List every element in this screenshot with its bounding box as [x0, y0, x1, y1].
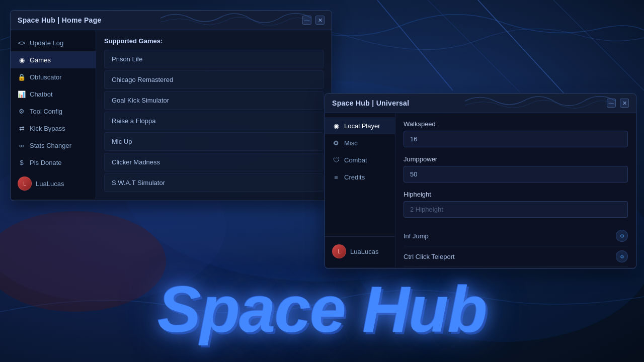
walkspeed-input[interactable]	[404, 131, 628, 147]
univ-sidebar-combat[interactable]: 🛡 Combat	[325, 151, 395, 168]
sidebar-item-stats-changer-label: Stats Changer	[30, 142, 71, 149]
univ-combat-label: Combat	[344, 156, 367, 164]
tool-config-icon: ⚙	[18, 107, 26, 115]
titlebar-wave-deco	[160, 11, 311, 28]
combat-icon: 🛡	[332, 156, 340, 164]
univ-sidebar-misc[interactable]: ⚙ Misc	[325, 134, 395, 151]
obfuscator-icon: 🔒	[18, 73, 26, 81]
home-window: Space Hub | Home Page — ✕ <> Update Log …	[10, 10, 332, 201]
home-window-controls: — ✕	[302, 16, 325, 25]
home-minimize-btn[interactable]: —	[302, 16, 311, 25]
walkspeed-field-row: Walkspeed	[404, 120, 628, 153]
sidebar-item-tool-config-label: Tool Config	[30, 108, 62, 115]
home-titlebar: Space Hub | Home Page — ✕	[11, 11, 332, 30]
home-close-btn[interactable]: ✕	[315, 16, 325, 25]
sidebar-item-pls-donate-label: Pls Donate	[30, 159, 62, 166]
sidebar-item-obfuscator-label: Obfuscator	[30, 73, 62, 81]
ctrl-teleport-toggle-icon: ⚙	[620, 254, 624, 259]
jumppower-input[interactable]	[404, 166, 628, 183]
big-title: Space Hub	[157, 272, 487, 347]
game-item-raise-floppa[interactable]: Raise a Floppa	[104, 112, 324, 130]
sidebar-item-kick-bypass-label: Kick Bypass	[30, 125, 65, 132]
hipheight-field-row: Hipheight	[404, 191, 628, 224]
inf-jump-label: Inf Jump	[404, 232, 429, 240]
game-item-goal-kick[interactable]: Goal Kick Simulator	[104, 91, 324, 110]
univ-credits-label: Credits	[344, 173, 365, 181]
sidebar-item-games-label: Games	[30, 56, 51, 64]
jumppower-field-row: Jumppower	[404, 155, 628, 189]
sidebar-item-update-log[interactable]: <> Update Log	[11, 34, 96, 51]
univ-local-player-label: Local Player	[344, 122, 380, 130]
inf-jump-toggle-icon: ⚙	[620, 233, 624, 239]
ctrl-teleport-toggle[interactable]: ⚙	[616, 250, 628, 262]
sidebar-username-label: LuaLucas	[36, 180, 64, 188]
stats-changer-icon: ∞	[18, 141, 26, 149]
game-item-prison-life[interactable]: Prison Life	[104, 50, 324, 68]
universal-window-title: Space Hub | Universal	[332, 99, 409, 107]
univ-sidebar-user[interactable]: L LuaLucas	[325, 240, 395, 263]
ctrl-teleport-toggle-row: Ctrl Click Teleport ⚙	[404, 246, 628, 267]
game-item-chicago-remastered[interactable]: Chicago Remastered	[104, 70, 324, 89]
hipheight-input[interactable]	[404, 201, 628, 218]
home-main-content: Supported Games: Prison Life Chicago Rem…	[96, 30, 332, 199]
hipheight-label: Hipheight	[404, 191, 628, 198]
universal-window: Space Hub | Universal — ✕ ◉ Local Player…	[325, 93, 636, 269]
universal-sidebar: ◉ Local Player ⚙ Misc 🛡 Combat ≡ Credits…	[325, 113, 395, 267]
update-log-icon: <>	[18, 39, 26, 47]
sidebar-bottom: L LuaLucas	[11, 172, 96, 195]
kick-bypass-icon: ⇄	[18, 124, 26, 132]
home-window-title: Space Hub | Home Page	[18, 16, 102, 24]
sidebar-item-update-log-label: Update Log	[30, 39, 63, 47]
sidebar-item-kick-bypass[interactable]: ⇄ Kick Bypass	[11, 120, 96, 137]
universal-layout: ◉ Local Player ⚙ Misc 🛡 Combat ≡ Credits…	[325, 113, 636, 267]
inf-jump-toggle[interactable]: ⚙	[616, 230, 628, 242]
supported-games-header: Supported Games:	[104, 37, 324, 45]
user-avatar: L	[18, 176, 32, 191]
game-item-swat-sim[interactable]: S.W.A.T Simulator	[104, 173, 324, 192]
jumppower-label: Jumppower	[404, 155, 628, 163]
sidebar-item-pls-donate[interactable]: $ Pls Donate	[11, 154, 96, 171]
home-sidebar: <> Update Log ◉ Games 🔒 Obfuscator 📊 Cha…	[11, 30, 96, 199]
univ-sidebar-local-player[interactable]: ◉ Local Player	[325, 117, 395, 134]
univ-sidebar-credits[interactable]: ≡ Credits	[325, 168, 395, 186]
ctrl-teleport-label: Ctrl Click Teleport	[404, 253, 455, 260]
univ-user-avatar: L	[332, 244, 346, 258]
univ-misc-label: Misc	[344, 139, 358, 147]
walkspeed-label: Walkspeed	[404, 120, 628, 128]
game-item-mic-up[interactable]: Mic Up	[104, 132, 324, 151]
universal-minimize-btn[interactable]: —	[607, 99, 616, 108]
sidebar-item-chatbot-label: Chatbot	[30, 90, 53, 98]
game-item-clicker-madness[interactable]: Clicker Madness	[104, 153, 324, 171]
pls-donate-icon: $	[18, 158, 26, 166]
sidebar-item-obfuscator[interactable]: 🔒 Obfuscator	[11, 68, 96, 85]
univ-titlebar-wave-deco	[465, 94, 616, 111]
sidebar-item-games[interactable]: ◉ Games	[11, 51, 96, 68]
sidebar-item-user[interactable]: L LuaLucas	[11, 172, 96, 195]
universal-close-btn[interactable]: ✕	[620, 99, 629, 108]
sidebar-item-chatbot[interactable]: 📊 Chatbot	[11, 85, 96, 103]
home-layout: <> Update Log ◉ Games 🔒 Obfuscator 📊 Cha…	[11, 30, 332, 199]
credits-icon: ≡	[332, 173, 340, 181]
chatbot-icon: 📊	[18, 90, 26, 98]
inf-jump-toggle-row: Inf Jump ⚙	[404, 226, 628, 246]
sidebar-item-stats-changer[interactable]: ∞ Stats Changer	[11, 137, 96, 154]
univ-username-label: LuaLucas	[350, 248, 378, 255]
games-icon: ◉	[18, 56, 26, 64]
universal-window-controls: — ✕	[607, 99, 629, 108]
local-player-icon: ◉	[332, 122, 340, 130]
sidebar-item-tool-config[interactable]: ⚙ Tool Config	[11, 103, 96, 120]
misc-icon: ⚙	[332, 139, 340, 147]
universal-titlebar: Space Hub | Universal — ✕	[325, 94, 636, 113]
univ-sidebar-bottom: L LuaLucas	[325, 236, 395, 263]
universal-main-content: Walkspeed Jumppower Hipheight Inf Jump ⚙…	[395, 113, 636, 267]
